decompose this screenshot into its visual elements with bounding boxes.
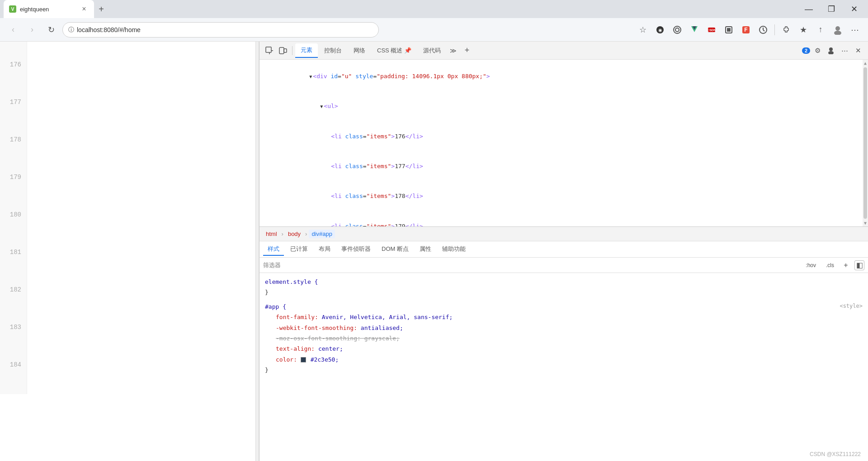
close-window-button[interactable]: ✕ xyxy=(844,2,864,16)
tab-close-button[interactable]: × xyxy=(80,5,89,14)
extension-icon-vuejs[interactable] xyxy=(687,22,702,38)
styles-tab-layout[interactable]: 布局 xyxy=(314,243,335,256)
styles-tab-properties[interactable]: 属性 xyxy=(415,243,436,256)
watermark: CSDN @XSZ111222 xyxy=(810,451,861,457)
devtools-panel: 元素 控制台 网络 CSS 概述 📌 源代码 ≫ + 2 ⚙ ⋯ ✕ xyxy=(259,42,868,461)
tab-console[interactable]: 控制台 xyxy=(319,44,347,57)
minimize-button[interactable]: — xyxy=(798,2,819,16)
tab-favicon-icon: V xyxy=(9,5,16,13)
styles-tab-computed[interactable]: 已计算 xyxy=(286,243,312,256)
color-swatch xyxy=(301,357,306,362)
styles-tab-dom-breakpoints[interactable]: DOM 断点 xyxy=(377,243,413,256)
line-number-180: 180 xyxy=(0,196,27,234)
downloads-icon[interactable]: ↑ xyxy=(813,22,828,38)
filter-input[interactable] xyxy=(263,260,799,271)
svg-rect-21 xyxy=(284,49,287,52)
page-background: 176 177 178 179 180 181 182 183 184 xyxy=(0,42,255,394)
breadcrumb-body[interactable]: body xyxy=(285,230,303,238)
html-viewer-scrollbar[interactable]: ▲ ▼ xyxy=(863,60,868,226)
breadcrumb-html[interactable]: html xyxy=(263,230,280,238)
inspect-element-button[interactable] xyxy=(263,44,276,57)
styles-tab-event-listeners[interactable]: 事件侦听器 xyxy=(337,243,375,256)
styles-tab-accessibility[interactable]: 辅助功能 xyxy=(438,243,470,256)
add-style-button[interactable]: + xyxy=(841,260,851,270)
svg-rect-20 xyxy=(279,47,284,54)
browser-toolbar: ☆ ◉ CSDN F xyxy=(635,22,863,38)
devtools-more-icon[interactable]: ⋯ xyxy=(838,44,851,57)
styles-subtabs: 样式 已计算 布局 事件侦听器 DOM 断点 属性 辅助功能 xyxy=(259,241,868,258)
page-area: 176 177 178 179 180 181 182 183 184 xyxy=(0,42,255,461)
profile-icon[interactable] xyxy=(830,22,845,38)
extensions-icon[interactable] xyxy=(778,22,794,38)
maximize-button[interactable]: ❐ xyxy=(821,2,842,16)
back-button[interactable]: ‹ xyxy=(5,22,21,38)
extension-icon-square[interactable] xyxy=(721,22,736,38)
cls-filter-button[interactable]: .cls xyxy=(823,261,837,270)
browser-window: V eightqueen × + — ❐ ✕ ‹ › ↻ ⓘ localhost… xyxy=(0,0,868,461)
css-prop-font-family: font-family: Avenir, Helvetica, Arial, s… xyxy=(265,312,863,322)
refresh-button[interactable]: ↻ xyxy=(43,22,59,38)
css-rule-element-style: element.style { } xyxy=(259,275,868,300)
tab-network[interactable]: 网络 xyxy=(348,44,371,57)
html-line-li-177: <li class="items">177</li> xyxy=(259,151,868,181)
html-line-li-178: <li class="items">178</li> xyxy=(259,182,868,212)
extension-icon-f[interactable]: F xyxy=(738,22,754,38)
html-line-li-176: <li class="items">176</li> xyxy=(259,122,868,151)
extension-icon-csdn[interactable]: CSDN xyxy=(704,22,719,38)
scroll-up-arrow[interactable]: ▲ xyxy=(864,61,867,66)
line-number-179: 179 xyxy=(0,159,27,196)
breadcrumb-bar: html › body › div#app xyxy=(259,227,868,241)
devtools-settings-icon[interactable]: ⚙ xyxy=(811,44,824,57)
address-bar: ‹ › ↻ ⓘ localhost:8080/#/home ☆ ◉ CSDN xyxy=(0,18,868,42)
add-tab-button[interactable]: + xyxy=(461,44,473,57)
css-content[interactable]: element.style { } #app { <style> font-fa… xyxy=(259,273,868,461)
device-toolbar-button[interactable] xyxy=(277,44,289,57)
breadcrumb-div-app[interactable]: div#app xyxy=(309,230,335,238)
tab-css-overview[interactable]: CSS 概述 📌 xyxy=(372,44,417,57)
devtools-tabs: 元素 控制台 网络 CSS 概述 📌 源代码 ≫ + 2 ⚙ ⋯ ✕ xyxy=(259,42,868,60)
toolbar-divider xyxy=(774,24,775,35)
css-source-app: <style> xyxy=(840,301,863,311)
svg-point-3 xyxy=(675,28,679,32)
line-number-182: 182 xyxy=(0,271,27,309)
svg-point-15 xyxy=(835,26,840,31)
new-tab-button[interactable]: + xyxy=(94,2,108,16)
bookmark-star-icon[interactable]: ☆ xyxy=(635,22,651,38)
more-options-icon[interactable]: ⋯ xyxy=(847,22,863,38)
resize-handle[interactable] xyxy=(255,42,259,461)
forward-button[interactable]: › xyxy=(24,22,40,38)
more-tabs-button[interactable]: ≫ xyxy=(447,44,460,57)
line-number-178: 178 xyxy=(0,121,27,159)
devtools-close-icon[interactable]: ✕ xyxy=(852,44,864,57)
favorites-icon[interactable]: ★ xyxy=(796,22,811,38)
styles-tab-styles[interactable]: 样式 xyxy=(263,243,284,256)
css-prop-webkit-smoothing: -webkit-font-smoothing: antialiased; xyxy=(265,323,863,333)
html-line-li-179: <li class="items">179</li> xyxy=(259,212,868,227)
tab-bar: V eightqueen × + xyxy=(4,0,108,18)
extension-icon-2[interactable] xyxy=(670,22,685,38)
html-line-div: ▼<div id="u" style="padding: 14096.1px 0… xyxy=(259,61,868,91)
css-prop-color: color: #2c3e50; xyxy=(265,354,863,365)
toggle-sidebar-button[interactable]: ◧ xyxy=(854,260,864,270)
css-brace-close-2: } xyxy=(265,367,269,373)
url-bar[interactable]: ⓘ localhost:8080/#/home xyxy=(62,22,379,38)
line-number-176: 176 xyxy=(0,46,27,84)
svg-line-14 xyxy=(763,30,764,31)
svg-rect-9 xyxy=(727,28,731,32)
active-tab[interactable]: V eightqueen × xyxy=(4,0,94,18)
html-viewer[interactable]: ▼<div id="u" style="padding: 14096.1px 0… xyxy=(259,60,868,227)
extension-icon-1[interactable]: ◉ xyxy=(652,22,668,38)
line-number-177: 177 xyxy=(0,84,27,121)
hov-filter-button[interactable]: :hov xyxy=(802,261,819,270)
svg-point-22 xyxy=(829,47,833,51)
svg-point-16 xyxy=(834,31,841,35)
css-rule-app: #app { <style> font-family: Avenir, Helv… xyxy=(259,300,868,377)
tab-sources[interactable]: 源代码 xyxy=(418,44,446,57)
svg-text:◉: ◉ xyxy=(658,28,662,33)
devtools-profile-icon[interactable] xyxy=(825,44,837,57)
extension-icon-clock[interactable] xyxy=(755,22,771,38)
scroll-thumb[interactable] xyxy=(863,67,867,219)
scroll-down-arrow[interactable]: ▼ xyxy=(864,221,867,226)
tab-elements[interactable]: 元素 xyxy=(295,43,318,58)
line-number-183: 183 xyxy=(0,309,27,346)
